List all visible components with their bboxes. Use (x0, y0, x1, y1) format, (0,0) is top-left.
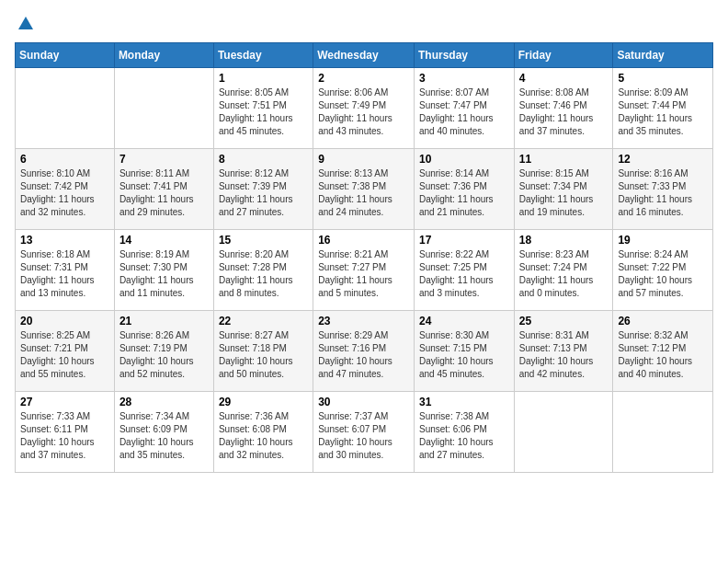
logo-icon (17, 15, 35, 33)
calendar-week-2: 6Sunrise: 8:10 AM Sunset: 7:42 PM Daylig… (16, 149, 713, 230)
day-info: Sunrise: 8:21 AM Sunset: 7:27 PM Dayligh… (318, 248, 409, 300)
day-info: Sunrise: 8:07 AM Sunset: 7:47 PM Dayligh… (419, 86, 509, 138)
calendar-cell: 25Sunrise: 8:31 AM Sunset: 7:13 PM Dayli… (514, 311, 613, 392)
calendar-cell: 7Sunrise: 8:11 AM Sunset: 7:41 PM Daylig… (114, 149, 213, 230)
day-number: 12 (618, 153, 708, 166)
day-number: 17 (419, 234, 509, 247)
calendar-header: SundayMondayTuesdayWednesdayThursdayFrid… (16, 43, 713, 68)
day-number: 3 (419, 72, 509, 85)
day-number: 29 (219, 396, 308, 408)
calendar-cell: 8Sunrise: 8:12 AM Sunset: 7:39 PM Daylig… (213, 149, 313, 230)
calendar-cell: 5Sunrise: 8:09 AM Sunset: 7:44 PM Daylig… (613, 68, 713, 149)
day-info: Sunrise: 8:29 AM Sunset: 7:16 PM Dayligh… (318, 329, 409, 381)
calendar-cell: 6Sunrise: 8:10 AM Sunset: 7:42 PM Daylig… (16, 149, 115, 230)
day-info: Sunrise: 7:38 AM Sunset: 6:06 PM Dayligh… (419, 410, 509, 462)
day-number: 20 (20, 315, 109, 327)
day-number: 9 (318, 153, 409, 166)
day-header-tuesday: Tuesday (213, 43, 313, 68)
calendar-cell: 27Sunrise: 7:33 AM Sunset: 6:11 PM Dayli… (16, 392, 115, 473)
day-number: 22 (219, 315, 308, 327)
calendar-cell: 4Sunrise: 8:08 AM Sunset: 7:46 PM Daylig… (514, 68, 613, 149)
day-number: 26 (618, 315, 708, 327)
day-number: 31 (419, 396, 509, 408)
day-number: 19 (618, 234, 708, 247)
calendar-cell: 2Sunrise: 8:06 AM Sunset: 7:49 PM Daylig… (313, 68, 415, 149)
day-info: Sunrise: 8:30 AM Sunset: 7:15 PM Dayligh… (419, 329, 509, 381)
day-info: Sunrise: 8:05 AM Sunset: 7:51 PM Dayligh… (219, 86, 308, 138)
day-number: 11 (519, 153, 609, 166)
day-info: Sunrise: 8:10 AM Sunset: 7:42 PM Dayligh… (20, 167, 109, 219)
day-info: Sunrise: 8:26 AM Sunset: 7:19 PM Dayligh… (119, 329, 209, 381)
calendar-cell: 22Sunrise: 8:27 AM Sunset: 7:18 PM Dayli… (213, 311, 313, 392)
day-info: Sunrise: 8:13 AM Sunset: 7:38 PM Dayligh… (318, 167, 409, 219)
calendar-cell: 1Sunrise: 8:05 AM Sunset: 7:51 PM Daylig… (213, 68, 313, 149)
calendar-cell: 14Sunrise: 8:19 AM Sunset: 7:30 PM Dayli… (114, 230, 213, 311)
calendar-cell: 31Sunrise: 7:38 AM Sunset: 6:06 PM Dayli… (414, 392, 514, 473)
day-info: Sunrise: 8:32 AM Sunset: 7:12 PM Dayligh… (618, 329, 708, 381)
day-number: 14 (119, 234, 209, 247)
calendar-week-5: 27Sunrise: 7:33 AM Sunset: 6:11 PM Dayli… (16, 392, 713, 473)
day-number: 21 (119, 315, 209, 327)
calendar-week-3: 13Sunrise: 8:18 AM Sunset: 7:31 PM Dayli… (16, 230, 713, 311)
day-number: 24 (419, 315, 509, 327)
calendar-cell: 11Sunrise: 8:15 AM Sunset: 7:34 PM Dayli… (514, 149, 613, 230)
day-info: Sunrise: 8:16 AM Sunset: 7:33 PM Dayligh… (618, 167, 708, 219)
day-info: Sunrise: 8:12 AM Sunset: 7:39 PM Dayligh… (219, 167, 308, 219)
day-info: Sunrise: 7:33 AM Sunset: 6:11 PM Dayligh… (20, 410, 109, 462)
header-row: SundayMondayTuesdayWednesdayThursdayFrid… (16, 43, 713, 68)
day-header-thursday: Thursday (414, 43, 514, 68)
day-info: Sunrise: 7:34 AM Sunset: 6:09 PM Dayligh… (119, 410, 209, 462)
calendar-cell: 12Sunrise: 8:16 AM Sunset: 7:33 PM Dayli… (613, 149, 713, 230)
day-number: 1 (219, 72, 308, 85)
calendar-body: 1Sunrise: 8:05 AM Sunset: 7:51 PM Daylig… (16, 68, 713, 473)
calendar-cell: 17Sunrise: 8:22 AM Sunset: 7:25 PM Dayli… (414, 230, 514, 311)
calendar-cell (613, 392, 713, 473)
day-info: Sunrise: 7:36 AM Sunset: 6:08 PM Dayligh… (219, 410, 308, 462)
day-header-wednesday: Wednesday (313, 43, 415, 68)
calendar-cell (16, 68, 115, 149)
day-info: Sunrise: 8:24 AM Sunset: 7:22 PM Dayligh… (618, 248, 708, 300)
calendar-cell: 10Sunrise: 8:14 AM Sunset: 7:36 PM Dayli… (414, 149, 514, 230)
day-number: 13 (20, 234, 109, 247)
day-info: Sunrise: 8:18 AM Sunset: 7:31 PM Dayligh… (20, 248, 109, 300)
day-number: 15 (219, 234, 308, 247)
day-header-sunday: Sunday (16, 43, 115, 68)
page-header (15, 15, 713, 33)
day-info: Sunrise: 8:20 AM Sunset: 7:28 PM Dayligh… (219, 248, 308, 300)
calendar-cell: 20Sunrise: 8:25 AM Sunset: 7:21 PM Dayli… (16, 311, 115, 392)
day-info: Sunrise: 8:09 AM Sunset: 7:44 PM Dayligh… (618, 86, 708, 138)
calendar-cell: 3Sunrise: 8:07 AM Sunset: 7:47 PM Daylig… (414, 68, 514, 149)
calendar-cell: 26Sunrise: 8:32 AM Sunset: 7:12 PM Dayli… (613, 311, 713, 392)
calendar-week-1: 1Sunrise: 8:05 AM Sunset: 7:51 PM Daylig… (16, 68, 713, 149)
calendar-cell: 16Sunrise: 8:21 AM Sunset: 7:27 PM Dayli… (313, 230, 415, 311)
day-number: 7 (119, 153, 209, 166)
day-info: Sunrise: 8:19 AM Sunset: 7:30 PM Dayligh… (119, 248, 209, 300)
day-number: 4 (519, 72, 609, 85)
day-number: 10 (419, 153, 509, 166)
day-info: Sunrise: 8:15 AM Sunset: 7:34 PM Dayligh… (519, 167, 609, 219)
day-header-saturday: Saturday (613, 43, 713, 68)
calendar-cell: 30Sunrise: 7:37 AM Sunset: 6:07 PM Dayli… (313, 392, 415, 473)
day-info: Sunrise: 8:22 AM Sunset: 7:25 PM Dayligh… (419, 248, 509, 300)
day-number: 23 (318, 315, 409, 327)
calendar-cell: 9Sunrise: 8:13 AM Sunset: 7:38 PM Daylig… (313, 149, 415, 230)
day-number: 2 (318, 72, 409, 85)
day-info: Sunrise: 8:31 AM Sunset: 7:13 PM Dayligh… (519, 329, 609, 381)
calendar-cell: 13Sunrise: 8:18 AM Sunset: 7:31 PM Dayli… (16, 230, 115, 311)
day-info: Sunrise: 8:14 AM Sunset: 7:36 PM Dayligh… (419, 167, 509, 219)
day-header-friday: Friday (514, 43, 613, 68)
calendar-week-4: 20Sunrise: 8:25 AM Sunset: 7:21 PM Dayli… (16, 311, 713, 392)
day-header-monday: Monday (114, 43, 213, 68)
svg-marker-0 (18, 17, 33, 29)
day-number: 30 (318, 396, 409, 408)
calendar-cell (514, 392, 613, 473)
day-number: 28 (119, 396, 209, 408)
calendar-cell: 29Sunrise: 7:36 AM Sunset: 6:08 PM Dayli… (213, 392, 313, 473)
day-number: 25 (519, 315, 609, 327)
calendar-cell: 21Sunrise: 8:26 AM Sunset: 7:19 PM Dayli… (114, 311, 213, 392)
day-info: Sunrise: 8:08 AM Sunset: 7:46 PM Dayligh… (519, 86, 609, 138)
day-number: 16 (318, 234, 409, 247)
day-info: Sunrise: 8:23 AM Sunset: 7:24 PM Dayligh… (519, 248, 609, 300)
day-info: Sunrise: 7:37 AM Sunset: 6:07 PM Dayligh… (318, 410, 409, 462)
calendar-table: SundayMondayTuesdayWednesdayThursdayFrid… (15, 42, 713, 473)
